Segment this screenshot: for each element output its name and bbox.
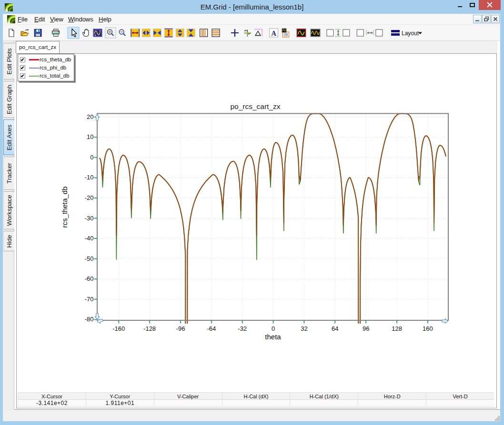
svg-text:-96: -96: [176, 325, 185, 332]
svg-text:0: 0: [90, 154, 93, 161]
svg-text:-160: -160: [112, 325, 125, 332]
svg-text:160: 160: [423, 325, 433, 332]
svg-text:-30: -30: [85, 215, 94, 222]
svg-text:-40: -40: [85, 235, 94, 242]
svg-text:20: 20: [87, 113, 93, 120]
svg-text:-10: -10: [85, 174, 94, 181]
svg-text:-32: -32: [238, 325, 247, 332]
svg-text:-128: -128: [143, 325, 156, 332]
svg-text:-80: -80: [85, 316, 94, 323]
svg-text:theta: theta: [265, 333, 281, 341]
svg-text:rcs_theta_db: rcs_theta_db: [60, 187, 69, 228]
svg-text:po_rcs_cart_zx: po_rcs_cart_zx: [230, 102, 280, 110]
svg-text:96: 96: [363, 325, 369, 332]
svg-text:64: 64: [332, 325, 338, 332]
svg-text:-60: -60: [85, 275, 94, 282]
svg-text:-70: -70: [85, 296, 94, 303]
svg-text:-20: -20: [85, 194, 94, 201]
svg-text:-50: -50: [85, 255, 94, 262]
svg-text:-64: -64: [207, 325, 216, 332]
svg-text:128: 128: [392, 325, 402, 332]
svg-text:10: 10: [87, 133, 93, 140]
svg-text:0: 0: [272, 325, 275, 332]
svg-text:32: 32: [301, 325, 307, 332]
